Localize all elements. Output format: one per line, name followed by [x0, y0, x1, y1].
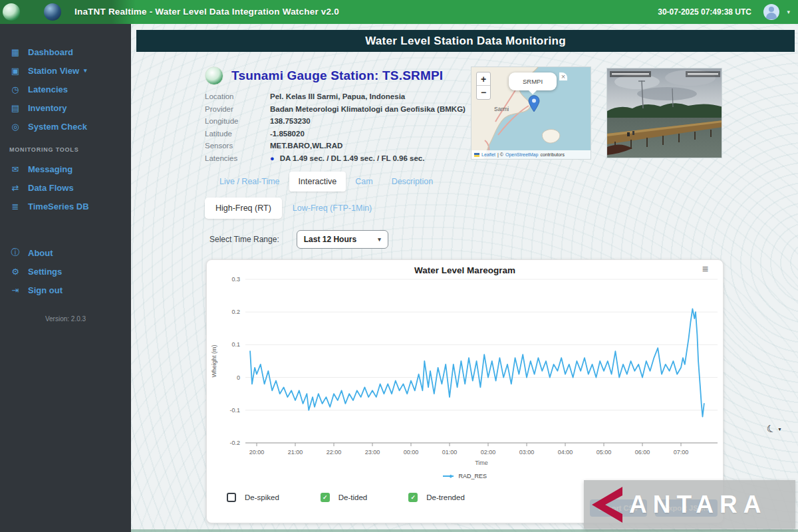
- check-icon: ✓: [323, 494, 328, 501]
- envelope-icon: ✉: [10, 164, 21, 174]
- top-bar: InaTNT Realtime - Water Level Data Integ…: [0, 0, 798, 24]
- bottom-accent-strip: [131, 529, 798, 532]
- dashboard-icon: ▦: [10, 47, 21, 57]
- map-place-label: Sarmi: [494, 106, 509, 112]
- svg-text:06:00: 06:00: [635, 449, 650, 456]
- bmkg-logo-icon: [3, 3, 20, 21]
- utc-clock: 30-07-2025 07:49:38 UTC: [658, 7, 751, 17]
- app-title: InaTNT Realtime - Water Level Data Integ…: [74, 7, 339, 17]
- svg-text:Wheight (m): Wheight (m): [211, 344, 217, 377]
- check-icon: ✓: [410, 494, 416, 501]
- svg-text:22:00: 22:00: [327, 449, 342, 456]
- sidebar-item-inventory[interactable]: ▤ Inventory: [0, 98, 131, 117]
- svg-text:01:00: 01:00: [442, 449, 458, 456]
- svg-text:20:00: 20:00: [249, 449, 265, 456]
- sidebar-item-latencies[interactable]: ◷ Latencies: [0, 80, 131, 98]
- map-zoom-control: + −: [476, 72, 491, 100]
- station-field-provider: Provider Badan Meteorologi Klimatologi d…: [205, 103, 471, 116]
- chart-title: Water Level Mareogram: [207, 265, 723, 275]
- svg-text:0: 0: [237, 374, 240, 381]
- station-info: Tsunami Gauge Station: TS.SRMPI Location…: [205, 66, 471, 164]
- view-tabs: Live / Real-Time Interactive Cam Descrip…: [210, 171, 442, 192]
- map-popup: SRMPI: [509, 72, 557, 90]
- svg-text:07:00: 07:00: [674, 449, 689, 456]
- antara-logo-icon: [584, 484, 628, 525]
- checkbox-detrended[interactable]: ✓ De-trended: [408, 493, 465, 502]
- system-check-icon: ◎: [10, 122, 21, 132]
- subtab-low-freq[interactable]: Low-Freq (FTP-1Min): [282, 198, 382, 219]
- page-title: Water Level Station Data Monitoring: [136, 30, 795, 52]
- version-label: Version: 2.0.3: [0, 315, 131, 323]
- sidebar-item-system-check[interactable]: ◎ System Check: [0, 117, 131, 136]
- sidebar-item-about[interactable]: ⓘ About: [0, 243, 131, 262]
- antara-text: ANTARA: [629, 491, 767, 519]
- clock-icon: ◷: [10, 84, 21, 94]
- theme-toggle[interactable]: ☾ ▾: [767, 423, 781, 435]
- select-caret-icon: ▾: [378, 236, 381, 243]
- svg-text:00:00: 00:00: [404, 449, 419, 456]
- antara-watermark: ANTARA: [584, 480, 795, 529]
- data-flows-icon: ⇄: [10, 183, 21, 193]
- svg-text:Time: Time: [475, 460, 488, 466]
- svg-text:21:00: 21:00: [288, 449, 303, 456]
- svg-text:23:00: 23:00: [365, 449, 380, 456]
- svg-text:02:00: 02:00: [481, 449, 496, 456]
- time-range-select[interactable]: Last 12 Hours ▾: [297, 230, 388, 249]
- subtab-high-freq[interactable]: High-Freq (RT): [205, 198, 282, 219]
- sidebar-item-data-flows[interactable]: ⇄ Data Flows: [0, 178, 131, 197]
- sidebar-item-dashboard[interactable]: ▦ Dashboard: [0, 43, 131, 61]
- legend-series-label: RAD_RES: [458, 473, 487, 479]
- station-camera-image: [606, 68, 722, 158]
- osm-link[interactable]: OpenStreetMap: [505, 150, 538, 159]
- station-field-sensors: Sensors MET.BARO,WL.RAD: [205, 140, 471, 152]
- leaflet-link[interactable]: Leaflet: [481, 150, 495, 159]
- sidebar-item-sign-out[interactable]: ⇥ Sign out: [0, 281, 131, 299]
- checkbox-detided[interactable]: ✓ De-tided: [321, 493, 367, 502]
- tab-description[interactable]: Description: [382, 172, 443, 192]
- svg-text:03:00: 03:00: [519, 449, 535, 456]
- checkbox-despiked[interactable]: ✓ De-spiked: [227, 493, 279, 502]
- sidebar-item-messaging[interactable]: ✉ Messaging: [0, 160, 131, 178]
- station-field-location: Location Pel. Kelas III Sarmi, Papua, In…: [205, 90, 471, 103]
- svg-text:05:00: 05:00: [597, 449, 612, 456]
- time-range-row: Select Time Range: Last 12 Hours ▾: [209, 230, 388, 249]
- gear-icon: ⚙: [10, 267, 21, 277]
- station-map[interactable]: + − SRMPI × Sarmi Leaflet | © OpenStreet…: [471, 66, 591, 160]
- sidebar-item-timeseries-db[interactable]: ≣ TimeSeries DB: [0, 197, 131, 215]
- flag-icon: [474, 153, 479, 157]
- status-dot-icon: ●: [270, 154, 275, 162]
- filter-checkbox-row: ✓ De-spiked ✓ De-tided ✓ De-trended: [227, 493, 465, 502]
- station-view-icon: ▣: [10, 66, 21, 76]
- map-attribution: Leaflet | © OpenStreetMap contributors: [471, 150, 591, 159]
- svg-text:0.2: 0.2: [231, 309, 240, 315]
- sign-out-icon: ⇥: [10, 285, 21, 295]
- svg-text:04:00: 04:00: [558, 449, 573, 456]
- main-content: Water Level Station Data Monitoring Tsun…: [131, 24, 798, 532]
- tab-cam[interactable]: Cam: [346, 172, 382, 192]
- inventory-icon: ▤: [10, 103, 21, 113]
- chart-menu-icon[interactable]: ≡: [702, 263, 708, 275]
- user-avatar[interactable]: [763, 4, 779, 20]
- chart-legend[interactable]: ◆ RAD_RES: [207, 473, 723, 479]
- inatnt-logo-icon: [44, 3, 61, 21]
- sidebar-item-station-view[interactable]: ▣ Station View ▾: [0, 61, 131, 80]
- station-title: Tsunami Gauge Station: TS.SRMPI: [231, 68, 443, 83]
- moon-icon: ☾: [765, 422, 777, 436]
- map-marker-icon[interactable]: [527, 95, 541, 112]
- sidebar: ▦ Dashboard ▣ Station View ▾ ◷ Latencies…: [0, 24, 131, 532]
- theme-caret-icon: ▾: [778, 426, 781, 432]
- legend-diamond-icon: ◆: [449, 473, 452, 479]
- user-menu-caret-icon[interactable]: ▾: [787, 9, 790, 15]
- tab-interactive[interactable]: Interactive: [289, 172, 346, 192]
- station-field-latitude: Latitude -1.858020: [205, 128, 471, 140]
- chevron-down-icon: ▾: [84, 67, 87, 74]
- sidebar-item-settings[interactable]: ⚙ Settings: [0, 262, 131, 281]
- mareogram-chart[interactable]: 0.30.20.10-0.1-0.220:0021:0022:0023:0000…: [207, 276, 724, 470]
- frequency-subtabs: High-Freq (RT) Low-Freq (FTP-1Min): [205, 197, 382, 219]
- info-icon: ⓘ: [10, 247, 21, 259]
- station-provider-logo-icon: [205, 66, 223, 85]
- zoom-in-button[interactable]: +: [477, 72, 490, 86]
- zoom-out-button[interactable]: −: [477, 86, 490, 99]
- tab-live-realtime[interactable]: Live / Real-Time: [210, 172, 289, 192]
- station-field-latencies: Latencies ● DA 1.49 sec. / DL 1.49 sec. …: [205, 152, 471, 165]
